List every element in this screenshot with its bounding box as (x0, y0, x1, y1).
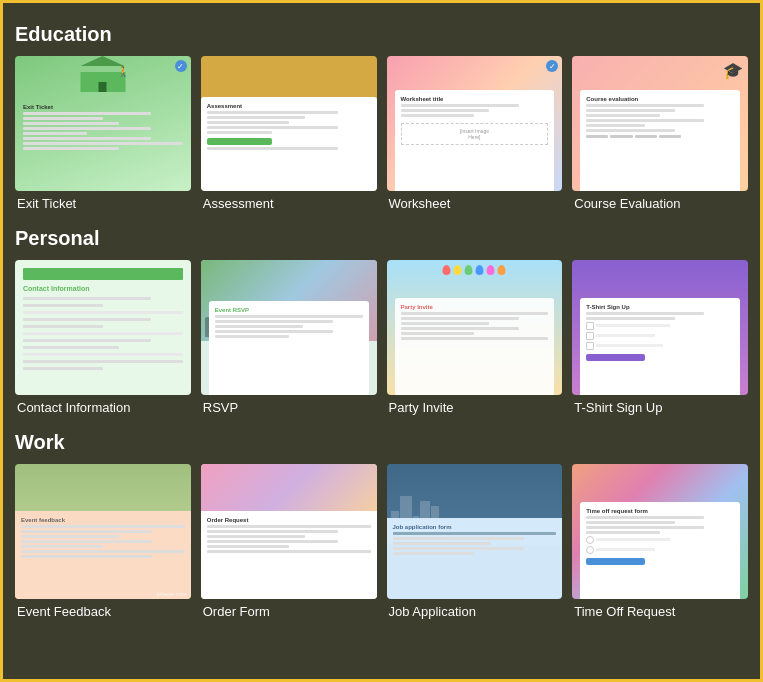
building-icon: 🚶 (80, 64, 125, 92)
check-icon-worksheet: ✓ (546, 60, 558, 72)
card-label-worksheet: Worksheet (387, 196, 563, 211)
card-label-party-invite: Party Invite (387, 400, 563, 415)
thumb-timeoff: Time off request form (572, 464, 748, 599)
section-work: Work Event feedback jollege.com (15, 431, 748, 619)
thumb-tshirt: T-Shirt Sign Up (572, 260, 748, 395)
card-label-rsvp: RSVP (201, 400, 377, 415)
thumb-exit-ticket: 🚶 Exit Ticket ✓ (15, 56, 191, 191)
card-assessment[interactable]: Assessment Assessment (201, 56, 377, 211)
card-event-feedback[interactable]: Event feedback jollege.com Event Feedbac… (15, 464, 191, 619)
thumb-party: Party Invite (387, 260, 563, 395)
thumb-assessment: Assessment (201, 56, 377, 191)
card-order-form[interactable]: Order Request Order Form (201, 464, 377, 619)
card-contact-information[interactable]: Contact Information Contact Information (15, 260, 191, 415)
card-worksheet[interactable]: Worksheet title [Insert ImageHere] ✓ Wor… (387, 56, 563, 211)
card-time-off-request[interactable]: Time off request form (572, 464, 748, 619)
thumb-job: Job application form (387, 464, 563, 599)
card-label-contact: Contact Information (15, 400, 191, 415)
main-container: Education 🚶 Exit Ticket (3, 3, 760, 645)
thumb-rsvp: Event RSVP (201, 260, 377, 395)
card-label-job-application: Job Application (387, 604, 563, 619)
card-course-evaluation[interactable]: Course evaluation (572, 56, 748, 211)
education-cards-row: 🚶 Exit Ticket ✓ Exit Ti (15, 56, 748, 211)
thumb-course: Course evaluation (572, 56, 748, 191)
card-label-tshirt-signup: T-Shirt Sign Up (572, 400, 748, 415)
thumb-worksheet: Worksheet title [Insert ImageHere] ✓ (387, 56, 563, 191)
card-rsvp[interactable]: Event RSVP RSVP (201, 260, 377, 415)
section-title-work: Work (15, 431, 748, 454)
card-label-course-evaluation: Course Evaluation (572, 196, 748, 211)
card-label-order-form: Order Form (201, 604, 377, 619)
card-exit-ticket[interactable]: 🚶 Exit Ticket ✓ Exit Ti (15, 56, 191, 211)
check-icon: ✓ (175, 60, 187, 72)
card-label-event-feedback: Event Feedback (15, 604, 191, 619)
balloons-decoration (443, 265, 506, 275)
personal-cards-row: Contact Information Contact Information (15, 260, 748, 415)
card-party-invite[interactable]: Party Invite Party Invite (387, 260, 563, 415)
watermark-feedback: jollege.com (156, 591, 186, 597)
thumb-contact: Contact Information (15, 260, 191, 395)
section-education: Education 🚶 Exit Ticket (15, 23, 748, 211)
card-label-exit-ticket: Exit Ticket (15, 196, 191, 211)
work-cards-row: Event feedback jollege.com Event Feedbac… (15, 464, 748, 619)
card-tshirt-signup[interactable]: T-Shirt Sign Up (572, 260, 748, 415)
graduation-cap-icon: 🎓 (723, 61, 743, 81)
section-title-education: Education (15, 23, 748, 46)
thumb-order: Order Request (201, 464, 377, 599)
card-job-application[interactable]: Job application form Job Application (387, 464, 563, 619)
thumb-feedback: Event feedback jollege.com (15, 464, 191, 599)
card-label-time-off-request: Time Off Request (572, 604, 748, 619)
section-title-personal: Personal (15, 227, 748, 250)
section-personal: Personal Contact Information (15, 227, 748, 415)
card-label-assessment: Assessment (201, 196, 377, 211)
